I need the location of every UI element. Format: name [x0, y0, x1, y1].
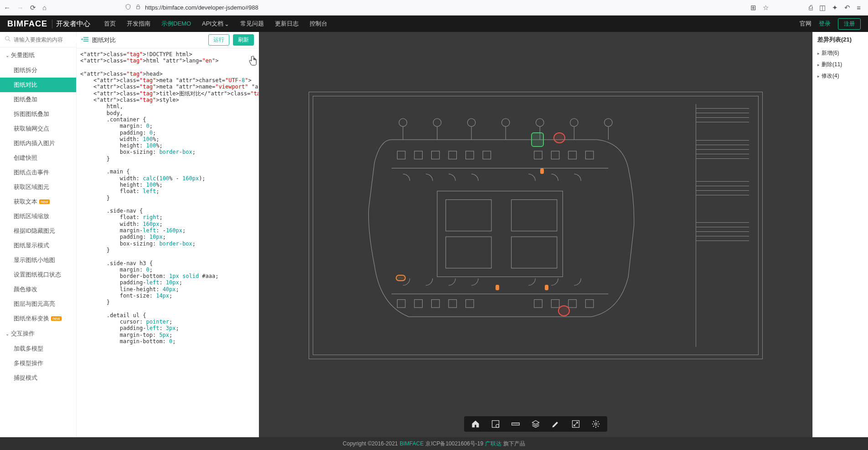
- svg-rect-31: [466, 151, 474, 159]
- edit-tool-icon[interactable]: [551, 419, 561, 429]
- sidebar-item[interactable]: 创建快照: [0, 151, 76, 165]
- nav-item[interactable]: 常见问题: [240, 20, 264, 28]
- sidebar-item[interactable]: 获取区域图元: [0, 180, 76, 194]
- star-icon[interactable]: ☆: [763, 4, 769, 12]
- sidebar-item[interactable]: 多模型操作: [0, 356, 76, 371]
- nav-item[interactable]: 控制台: [310, 20, 327, 28]
- nav-item[interactable]: 首页: [104, 20, 116, 28]
- settings-tool-icon[interactable]: [591, 419, 601, 429]
- diff-item[interactable]: 修改(4): [817, 70, 863, 82]
- login-link[interactable]: 登录: [819, 20, 831, 28]
- sidebar-item[interactable]: 图纸内插入图片: [0, 136, 76, 151]
- code-editor[interactable]: <"attr">class="tag">!DOCTYPE html> <"att…: [77, 48, 258, 437]
- floorplan: [349, 117, 651, 334]
- nav-item[interactable]: 示例DEMO: [161, 20, 191, 28]
- diff-highlight-modified[interactable]: [496, 285, 499, 290]
- library-icon[interactable]: ⎙: [809, 4, 813, 11]
- svg-rect-48: [512, 423, 520, 425]
- nav-item[interactable]: 开发指南: [127, 20, 150, 28]
- side-list: ⌄矢量图纸图纸拆分图纸对比图纸叠加拆图图纸叠加获取轴网交点图纸内插入图片创建快照…: [0, 47, 76, 437]
- diff-highlight-modified[interactable]: [540, 168, 544, 174]
- search-row: [0, 32, 76, 47]
- sidebar-item[interactable]: 捕捉模式: [0, 371, 76, 385]
- svg-rect-22: [512, 200, 557, 231]
- svg-point-11: [570, 119, 579, 127]
- reload-icon[interactable]: ⟳: [30, 4, 36, 12]
- sidebar-section[interactable]: ⌄交互操作: [0, 326, 76, 341]
- search-input[interactable]: [14, 37, 82, 43]
- toggle-sidebar-icon[interactable]: [81, 36, 88, 44]
- sidebar-icon[interactable]: ◫: [819, 4, 826, 12]
- sidebar-item[interactable]: 图层与图元高亮: [0, 297, 76, 311]
- refresh-button[interactable]: 刷新: [233, 34, 254, 46]
- sidebar-item[interactable]: 根据ID隐藏图元: [0, 224, 76, 238]
- undo-icon[interactable]: ↶: [844, 4, 850, 12]
- titleblock: [696, 104, 749, 347]
- sidebar-item[interactable]: 图纸对比: [0, 78, 76, 92]
- sidebar-item[interactable]: 显示图纸小地图: [0, 253, 76, 267]
- sidebar-item[interactable]: 图纸点击事件: [0, 165, 76, 180]
- svg-rect-0: [137, 6, 140, 9]
- nav-item[interactable]: 更新日志: [275, 20, 299, 28]
- sidebar-section[interactable]: ⌄矢量图纸: [0, 47, 76, 63]
- fullscreen-tool-icon[interactable]: [571, 419, 581, 429]
- nav-item[interactable]: API文档⌄: [202, 20, 229, 28]
- register-button[interactable]: 注册: [838, 18, 861, 30]
- url-text: https://bimface.com/developer-jsdemo#988: [145, 4, 258, 11]
- footer-brand[interactable]: BIMFACE: [400, 440, 424, 447]
- search-icon: [5, 36, 11, 43]
- back-icon[interactable]: ←: [4, 4, 10, 11]
- sidebar-item[interactable]: 图纸叠加: [0, 92, 76, 107]
- sidebar-item[interactable]: 图纸坐标变换new: [0, 311, 76, 326]
- footer-company[interactable]: 广联达: [485, 440, 501, 448]
- logo[interactable]: BIMFACE 开发者中心: [7, 19, 90, 29]
- menu-icon[interactable]: ≡: [857, 4, 861, 11]
- sidebar-item[interactable]: 图纸拆分: [0, 63, 76, 78]
- forward-icon[interactable]: →: [17, 4, 24, 11]
- extension-icon[interactable]: ✦: [832, 4, 838, 12]
- new-badge: new: [39, 199, 50, 204]
- measure-tool-icon[interactable]: [511, 419, 521, 429]
- svg-rect-24: [512, 237, 557, 268]
- sidebar-item[interactable]: 颜色修改: [0, 282, 76, 297]
- run-button[interactable]: 运行: [208, 34, 229, 46]
- home-icon[interactable]: ⌂: [42, 4, 46, 11]
- svg-point-47: [496, 424, 499, 428]
- svg-point-9: [502, 119, 510, 127]
- app-header: BIMFACE 开发者中心 首页开发指南示例DEMOAPI文档⌄常见问题更新日志…: [0, 16, 868, 32]
- official-link[interactable]: 官网: [800, 20, 811, 28]
- svg-point-7: [434, 119, 442, 127]
- select-tool-icon[interactable]: [491, 419, 501, 429]
- url-bar[interactable]: https://bimface.com/developer-jsdemo#988: [52, 4, 745, 11]
- home-tool-icon[interactable]: [470, 419, 480, 429]
- code-header: 图纸对比 运行 刷新: [77, 32, 258, 48]
- viewer-canvas[interactable]: [259, 32, 812, 437]
- svg-rect-20: [437, 191, 563, 277]
- sidebar-item[interactable]: 图纸显示模式: [0, 238, 76, 253]
- sidebar-item[interactable]: 设置图纸视口状态: [0, 267, 76, 282]
- diff-highlight-modified[interactable]: [545, 285, 548, 290]
- drawing-inner: [313, 96, 758, 355]
- svg-rect-44: [568, 300, 577, 308]
- sidebar-item[interactable]: 图纸区域缩放: [0, 209, 76, 224]
- sidebar-item[interactable]: 获取文本new: [0, 194, 76, 209]
- viewer: 差异列表(21) 新增(6)删除(11)修改(4): [259, 32, 868, 437]
- svg-rect-43: [552, 300, 560, 308]
- sidebar-item[interactable]: 拆图图纸叠加: [0, 107, 76, 121]
- diff-title: 差异列表(21): [817, 36, 863, 44]
- layers-tool-icon[interactable]: [531, 419, 541, 429]
- svg-point-54: [595, 423, 597, 425]
- svg-rect-42: [534, 300, 542, 308]
- diff-highlight-added[interactable]: [531, 132, 544, 147]
- viewer-toolbar: [464, 416, 607, 432]
- svg-rect-40: [449, 300, 457, 308]
- main-nav: 首页开发指南示例DEMOAPI文档⌄常见问题更新日志控制台: [104, 20, 327, 28]
- sidebar-item[interactable]: 加载多模型: [0, 341, 76, 356]
- diff-highlight-modified[interactable]: [396, 275, 406, 281]
- qr-icon[interactable]: ⊞: [750, 4, 756, 12]
- diff-item[interactable]: 新增(6): [817, 47, 863, 59]
- sidebar-item[interactable]: 获取轴网交点: [0, 121, 76, 136]
- drawing-frame: [309, 92, 762, 359]
- code-panel: 图纸对比 运行 刷新 <"attr">class="tag">!DOCTYPE …: [77, 32, 259, 437]
- diff-item[interactable]: 删除(11): [817, 59, 863, 70]
